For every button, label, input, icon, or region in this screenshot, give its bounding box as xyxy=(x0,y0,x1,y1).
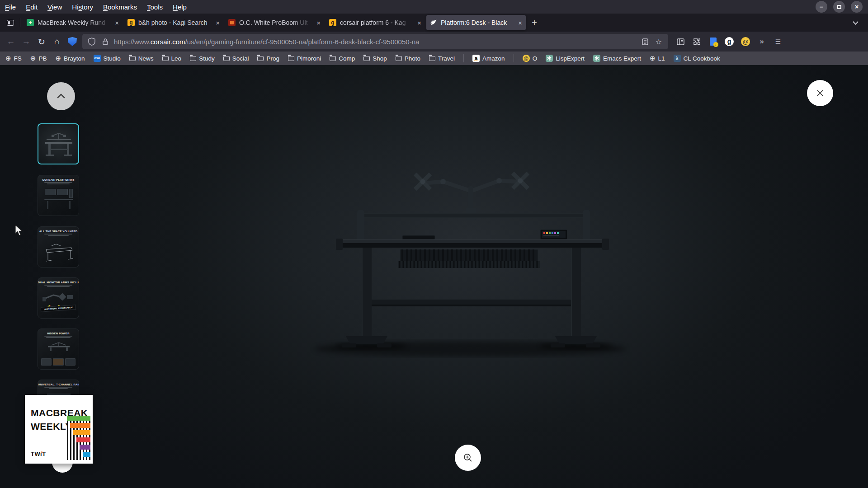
tab-bh-photo[interactable]: g b&h photo - Kagi Search × xyxy=(124,15,223,30)
bookmark-item[interactable]: ⊕Brayton xyxy=(55,54,85,62)
thumbnails-scroll-up-button[interactable] xyxy=(47,82,75,110)
menu-edit[interactable]: Edit xyxy=(21,3,42,11)
maximize-button[interactable] xyxy=(833,1,845,13)
navigation-toolbar: ← → ↻ ⌂ https://www.corsair.com/us/en/p/… xyxy=(0,32,868,52)
firefox-view-button[interactable] xyxy=(4,16,17,29)
bookmark-folder[interactable]: Prog xyxy=(257,55,279,62)
bookmark-item[interactable]: aAmazon xyxy=(472,55,505,62)
thumbnail-hidden-power[interactable]: HIDDEN POWER xyxy=(38,328,79,370)
minimize-button[interactable]: – xyxy=(816,1,827,13)
globe-icon: ⊕ xyxy=(30,54,36,62)
overflow-chevrons-icon[interactable]: » xyxy=(756,36,768,47)
bookmark-item[interactable]: @O xyxy=(523,55,538,62)
bookmark-item[interactable]: OSMStudio xyxy=(94,55,121,62)
bookmark-folder[interactable]: Comp xyxy=(330,55,355,62)
new-tab-button[interactable]: + xyxy=(527,15,542,30)
thumbnail-platform6-hero[interactable]: CORSAIR PLATFORM:6 xyxy=(38,175,79,216)
singlefile-extension-icon[interactable] xyxy=(707,36,719,47)
bookmark-folder[interactable]: Social xyxy=(223,55,249,62)
bookmark-folder[interactable]: Leo xyxy=(162,55,182,62)
kagi-extension-icon[interactable]: g xyxy=(723,36,735,47)
bookmarks-toolbar: ⊕FS ⊕PB ⊕Brayton OSMStudio News Leo Stud… xyxy=(0,52,868,65)
ai-assistant-icon xyxy=(546,55,553,62)
product-image-lightbox: CORSAIR PLATFORM:6 ALL THE SPACE YOU NEE… xyxy=(0,65,868,488)
tab-close-icon[interactable]: × xyxy=(518,19,522,27)
globe-icon: ⊕ xyxy=(5,54,11,62)
extensions-puzzle-icon[interactable] xyxy=(691,36,703,47)
bookmark-folder[interactable]: Photo xyxy=(396,55,420,62)
folder-icon xyxy=(190,56,196,61)
ocwhite-favicon-icon xyxy=(228,19,236,26)
twit-logo: TWiT xyxy=(31,450,46,457)
bookmark-folder[interactable]: Study xyxy=(190,55,215,62)
bookmark-folder[interactable]: Travel xyxy=(429,55,455,62)
tab-macbreak[interactable]: + MacBreak Weekly Rund × xyxy=(23,15,123,30)
bookmark-item[interactable]: λCL Cookbook xyxy=(674,55,720,62)
window-close-button[interactable]: × xyxy=(851,1,863,13)
rainbow-stripes xyxy=(67,416,90,460)
menu-file[interactable]: File xyxy=(0,3,21,11)
forward-button[interactable]: → xyxy=(19,34,33,49)
tab-oc-white[interactable]: O.C. White ProBoom Ult × xyxy=(225,15,324,30)
bookmark-folder[interactable]: Pimoroni xyxy=(288,55,321,62)
macbreak-weekly-pip-overlay[interactable]: MACBREAK WEEKLY TWiT xyxy=(25,392,93,474)
thumbnail-monitor-arms[interactable]: DUAL MONITOR ARMS INCLUDED ◀▶ LEFT/RIGHT… xyxy=(38,277,79,319)
bookmark-item[interactable]: Emacs Expert xyxy=(593,55,641,62)
bookmark-item[interactable]: ⊕L1 xyxy=(650,54,665,62)
list-all-tabs-button[interactable] xyxy=(850,17,861,28)
corsair-favicon-icon xyxy=(430,19,437,26)
bookmark-item[interactable]: ⊕FS xyxy=(5,54,22,62)
lightbox-close-button[interactable] xyxy=(807,80,833,106)
thumbnail-desk-front[interactable] xyxy=(38,123,79,164)
tab-title: MacBreak Weekly Rund xyxy=(38,19,112,26)
macbreak-artwork: MACBREAK WEEKLY TWiT xyxy=(25,395,93,464)
tab-close-icon[interactable]: × xyxy=(316,19,321,27)
reload-button[interactable]: ↻ xyxy=(34,34,49,49)
thumbnail-space-diagram[interactable]: ALL THE SPACE YOU NEED xyxy=(38,226,79,267)
globe-icon: ⊕ xyxy=(650,54,656,62)
bookmark-separator xyxy=(514,54,514,62)
studio-favicon-icon: OSM xyxy=(94,55,101,62)
at-extension-icon[interactable]: @ xyxy=(740,36,751,47)
lisp-book-icon: λ xyxy=(674,55,681,62)
reader-mode-icon[interactable] xyxy=(640,37,650,47)
tab-title: b&h photo - Kagi Search xyxy=(138,19,213,26)
tab-title: O.C. White ProBoom Ult xyxy=(239,19,314,26)
folder-icon xyxy=(288,56,294,61)
close-icon xyxy=(816,89,825,98)
home-button[interactable]: ⌂ xyxy=(50,34,64,49)
tab-platform6-active[interactable]: Platform:6 Desk - Black × xyxy=(426,15,526,30)
bookmark-item[interactable]: LispExpert xyxy=(546,55,585,62)
at-icon: @ xyxy=(523,55,530,62)
bookmark-item[interactable]: ⊕PB xyxy=(30,54,47,62)
zoom-image-button[interactable] xyxy=(455,445,481,471)
tab-close-icon[interactable]: × xyxy=(417,19,421,27)
folder-icon xyxy=(429,56,435,61)
sidebar-icon[interactable] xyxy=(675,36,686,47)
menu-bookmarks[interactable]: Bookmarks xyxy=(98,3,142,11)
folder-icon xyxy=(129,56,136,61)
back-button[interactable]: ← xyxy=(4,34,18,49)
menu-view[interactable]: View xyxy=(42,3,67,11)
product-image-desk xyxy=(289,163,651,371)
tracking-protection-shield-icon[interactable] xyxy=(87,37,97,47)
menu-tools[interactable]: Tools xyxy=(142,3,168,11)
url-text: https://www.corsair.com/us/en/p/gaming-f… xyxy=(114,38,637,46)
bookmark-folder[interactable]: News xyxy=(129,55,154,62)
twit-dot xyxy=(41,451,42,453)
bookmark-separator xyxy=(463,54,464,62)
hamburger-menu-icon[interactable]: ≡ xyxy=(772,36,784,47)
bookmark-folder[interactable]: Shop xyxy=(363,55,387,62)
tab-corsair-search[interactable]: g corsair platform 6 - Kag × xyxy=(326,15,425,30)
ai-assistant-icon xyxy=(593,55,600,62)
tab-close-icon[interactable]: × xyxy=(216,19,220,27)
menu-history[interactable]: History xyxy=(67,3,98,11)
tab-close-icon[interactable]: × xyxy=(115,19,119,27)
folder-icon xyxy=(223,56,230,61)
window-controls: – × xyxy=(816,1,863,13)
menu-help[interactable]: Help xyxy=(168,3,192,11)
bookmark-star-icon[interactable]: ☆ xyxy=(654,37,664,47)
firefox-view-icon xyxy=(7,20,14,26)
ublock-origin-icon[interactable] xyxy=(68,37,77,46)
url-bar[interactable]: https://www.corsair.com/us/en/p/gaming-f… xyxy=(82,34,668,49)
